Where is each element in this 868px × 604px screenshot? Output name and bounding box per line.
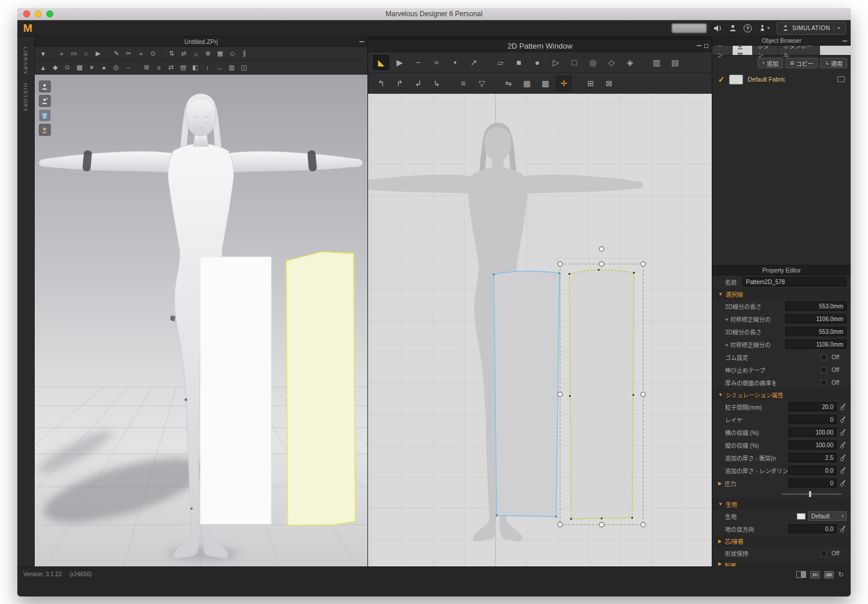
wrench-icon[interactable]: [840, 429, 847, 436]
property-value[interactable]: 100.00: [788, 440, 837, 450]
dart-tool-icon[interactable]: ◇: [604, 55, 619, 70]
internal-polygon-tool-icon[interactable]: ▷: [548, 55, 564, 70]
float-panel-icon[interactable]: [704, 44, 708, 48]
shape-retention-checkbox[interactable]: [821, 550, 827, 557]
section-simulation-properties[interactable]: ▼ シミュレーション属性: [712, 389, 851, 400]
2d-pattern-canvas[interactable]: [368, 94, 712, 566]
fabric-texture-tool-icon[interactable]: ▩: [538, 76, 553, 91]
pin-mode-icon[interactable]: ⊙: [62, 62, 73, 73]
thickness-curvature-checkbox[interactable]: [821, 380, 827, 386]
pattern-name-field[interactable]: Pattern2D_578: [742, 277, 847, 286]
property-editor-header[interactable]: Property Editor: [712, 265, 851, 275]
show-avatar-button[interactable]: [39, 80, 51, 93]
library-tab[interactable]: LIBRARY: [23, 47, 28, 75]
fabric-display-icon[interactable]: ▤: [178, 62, 189, 73]
bounding-volume-icon[interactable]: ●: [98, 62, 109, 73]
window-layout-icon[interactable]: ⊞: [141, 62, 152, 73]
fit-height-icon[interactable]: ↕: [202, 62, 213, 73]
rotation-handle[interactable]: [599, 246, 604, 251]
pin-tool-icon[interactable]: ⊙: [148, 48, 159, 59]
show-avatar-skin-button[interactable]: [39, 124, 51, 136]
section-fabric[interactable]: ▼ 生地: [712, 498, 851, 510]
rect-select-tool-icon[interactable]: ▭: [68, 48, 79, 59]
fit-width-icon[interactable]: ↔: [214, 62, 225, 73]
close-button[interactable]: [23, 10, 30, 17]
titlebar[interactable]: Marvelous Designer 6 Personal: [17, 8, 851, 20]
slider-thumb[interactable]: [809, 491, 811, 497]
internal-rectangle-tool-icon[interactable]: □: [567, 55, 582, 70]
minimize-button[interactable]: [35, 10, 42, 17]
copy-fabric-button[interactable]: ⊞ コピー: [785, 58, 818, 68]
add-point-tool-icon[interactable]: •: [447, 55, 463, 70]
history-tab[interactable]: HISTORY: [23, 83, 28, 112]
fabric-swatch[interactable]: [729, 75, 743, 84]
edit-sewing-tool-icon[interactable]: ≡: [455, 76, 471, 91]
add-fabric-button[interactable]: + 追加: [757, 58, 783, 68]
pattern-piece-selected-2d[interactable]: [568, 269, 635, 520]
mn-free-sewing-tool-icon[interactable]: ↳: [429, 76, 444, 91]
rectangle-tool-icon[interactable]: ■: [511, 55, 527, 70]
grid-icon[interactable]: ▦: [215, 48, 226, 59]
property-value[interactable]: 0.0: [788, 524, 837, 533]
account-icon[interactable]: [729, 24, 737, 32]
property-value[interactable]: 20.0: [788, 402, 837, 411]
add-point-icon[interactable]: ⊕: [203, 48, 214, 59]
home-view-icon[interactable]: ⌂: [190, 48, 201, 59]
free-sewing-tool-icon[interactable]: ↱: [392, 76, 407, 91]
property-value[interactable]: 0: [788, 415, 837, 424]
wrench-icon[interactable]: [840, 525, 847, 532]
property-value[interactable]: 0.0: [788, 466, 837, 475]
trace-tool-icon[interactable]: ↗: [466, 55, 481, 70]
wrench-icon[interactable]: [840, 480, 847, 487]
arrangement-points-icon[interactable]: ∗: [86, 62, 97, 73]
half-symmetry-icon[interactable]: ◧: [190, 62, 201, 73]
apply-fabric-button[interactable]: ↳ 適用: [820, 58, 847, 68]
section-interfacing[interactable]: ▶ 芯/接着: [712, 535, 851, 547]
wrench-icon[interactable]: [840, 454, 847, 461]
pen-tool-icon[interactable]: ✎: [111, 48, 122, 59]
2d-scene[interactable]: [368, 94, 712, 566]
lasso-select-tool-icon[interactable]: ○: [80, 48, 91, 59]
volume-icon[interactable]: [713, 25, 722, 32]
scissors-tool-icon[interactable]: ✂: [123, 48, 134, 59]
fabric-display-icon[interactable]: [837, 76, 845, 82]
property-value[interactable]: 2.5: [788, 453, 837, 462]
section-placement[interactable]: ▶ 配置: [712, 559, 851, 566]
internal-circle-tool-icon[interactable]: ◎: [585, 55, 601, 70]
edit-curvature-tool-icon[interactable]: ~: [410, 55, 426, 70]
elastic-tool-icon[interactable]: ▦: [519, 76, 535, 91]
property-value[interactable]: 100.00: [788, 428, 837, 437]
section-selection-line[interactable]: ▼ 選択線: [712, 288, 851, 300]
tab-scene[interactable]: ーン: [712, 46, 733, 55]
dart-icon[interactable]: ◇: [227, 48, 238, 59]
segment-sewing-tool-icon[interactable]: ↰: [373, 76, 389, 91]
annotation-grid-tool-icon[interactable]: ⊠: [601, 76, 617, 91]
2d-panel-header[interactable]: 2D Pattern Window: [368, 36, 712, 52]
line-display-icon[interactable]: −: [123, 62, 134, 73]
undock-icon[interactable]: [843, 40, 847, 42]
wrench-icon[interactable]: [840, 416, 847, 423]
help-icon[interactable]: ?: [744, 24, 752, 32]
collapse-triangle-icon[interactable]: ▶: [718, 481, 722, 486]
ring-icon[interactable]: ◎: [111, 62, 122, 73]
select-pin-tool-icon[interactable]: ▶: [93, 48, 104, 59]
elastic-checkbox[interactable]: [821, 354, 827, 360]
tab-button[interactable]: ボタン: [753, 46, 778, 55]
wrench-icon[interactable]: [840, 403, 847, 410]
3d-viewport[interactable]: [35, 75, 367, 566]
annotation-tool-icon[interactable]: ⊞: [583, 76, 598, 91]
pattern-piece-front-3d[interactable]: [200, 257, 271, 524]
pressure-slider[interactable]: [782, 493, 841, 495]
fold-arrangement-tool-icon[interactable]: ▽: [474, 76, 490, 91]
wrench-icon[interactable]: [840, 441, 847, 448]
transform-pattern-tool-icon[interactable]: ◣: [373, 55, 389, 70]
move-tool-icon[interactable]: +: [56, 48, 67, 59]
gizmo-menu-icon[interactable]: ▼: [38, 48, 49, 59]
layers-icon[interactable]: ≡: [153, 62, 164, 73]
arrange-horizontal-icon[interactable]: ⇄: [178, 48, 189, 59]
polygon-tool-icon[interactable]: ▱: [492, 55, 508, 70]
fabric-swatch-small[interactable]: [797, 513, 806, 520]
pleat-fold-tool-icon[interactable]: ▥: [649, 55, 664, 70]
swap-view-icon[interactable]: ⇄: [165, 62, 176, 73]
sewing-tool-icon[interactable]: ≈: [135, 48, 146, 59]
